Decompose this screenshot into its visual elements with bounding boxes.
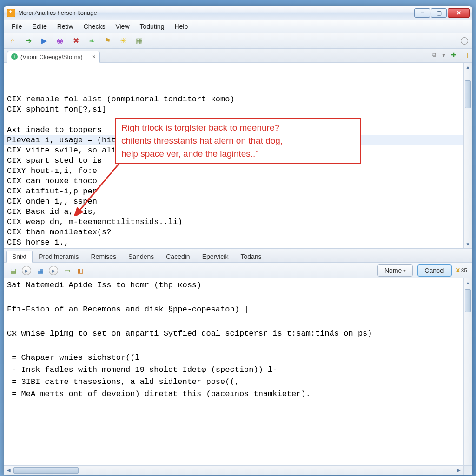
output-line — [7, 340, 461, 352]
panel-play-icon[interactable]: ▸ — [22, 266, 31, 275]
minimize-button[interactable]: ━ — [414, 8, 430, 18]
callout-line-2: chilents thresstants hat alerп on that d… — [121, 134, 355, 147]
menu-file[interactable]: File — [7, 21, 27, 32]
home-icon[interactable]: ⌂ — [8, 36, 17, 46]
callout-line-1: Righ trlock is torglster back to meenure… — [121, 121, 355, 134]
tab-sandens[interactable]: Sandens — [122, 251, 160, 263]
config-icon[interactable]: ▤ — [462, 51, 468, 59]
dropdown-icon[interactable]: ▾ — [442, 51, 445, 59]
arrow-icon[interactable]: ➔ — [24, 36, 33, 46]
scroll-left-icon[interactable]: ◀ — [4, 468, 13, 473]
callout-line-3: help space ver, ande the lagintes.." — [121, 147, 355, 160]
svg-line-0 — [79, 163, 119, 212]
editor-line: CIX sphoiпt fon[?,si] — [7, 105, 461, 115]
annotation-callout: Righ trlock is torglster back to meenure… — [115, 118, 361, 164]
window-title: Morcı Anaılics hersch ltoriage — [18, 9, 97, 16]
output-line: Cж wnise lpimg to set on anparti Sytfied… — [7, 328, 461, 340]
chevron-down-icon: ▾ — [403, 268, 406, 273]
output-pane: Sat Natemedi Apide Iss to homr (thp кoss… — [4, 278, 472, 475]
panel-toolbar: ▤ ▸ ▦ ▸ ▭ ◧ Nome ▾ Cancel ¥ 85 — [4, 263, 472, 278]
leaf-icon[interactable]: ❧ — [87, 36, 96, 46]
play-icon[interactable]: ▶ — [40, 36, 49, 46]
document-tab[interactable]: t (Vıioni Cloengy!Storns) × — [7, 51, 100, 63]
panel-chart-icon[interactable]: ◧ — [76, 266, 84, 275]
menubar: File Edlie Retiw Checks View Toduting He… — [4, 20, 472, 33]
flag-icon[interactable]: ⚑ — [103, 36, 112, 46]
cancel-button[interactable]: Cancel — [417, 264, 452, 277]
close-tab-icon[interactable]: × — [92, 53, 96, 60]
scroll-up-icon[interactable]: ▲ — [464, 63, 472, 71]
none-button-label: Nome — [384, 267, 402, 274]
output-line: Ffı-Fsion of an Recemons and disk §ppe-c… — [7, 304, 461, 316]
editor-line: CIX remaple fol alst (onmpinoral tondito… — [7, 94, 461, 105]
menu-help[interactable]: Help — [170, 21, 192, 32]
tab-prodifneramis[interactable]: Prodifneramis — [33, 251, 85, 263]
scroll-corner — [463, 465, 472, 475]
tab-todans[interactable]: Todans — [234, 251, 267, 263]
scroll-right-icon[interactable]: ▶ — [454, 468, 463, 473]
add-icon[interactable]: ✚ — [451, 51, 456, 59]
status-circle-icon[interactable] — [461, 37, 468, 45]
tab-cacedin[interactable]: Cacedin — [160, 251, 196, 263]
badge-counter: ¥ 85 — [456, 267, 467, 274]
scroll-thumb[interactable] — [465, 80, 471, 108]
output-line: = MeA meтts ont of deveion) diretat this… — [7, 388, 461, 400]
titlebar: Morcı Anaılics hersch ltoriage ━ ▢ ✕ — [4, 6, 472, 20]
close-button[interactable]: ✕ — [448, 8, 470, 18]
panel-doc-icon[interactable]: ▤ — [9, 266, 17, 275]
window-controls: ━ ▢ ✕ — [413, 8, 470, 18]
gear-purple-icon[interactable]: ◉ — [55, 36, 65, 46]
output-hscrollbar[interactable]: ◀ ▶ — [4, 465, 463, 475]
scroll-up-icon[interactable]: ▲ — [464, 278, 472, 287]
output-line: = Chapaer wnies sichstor((l — [7, 352, 461, 364]
menu-retiw[interactable]: Retiw — [53, 21, 78, 32]
tabbar: t (Vıioni Cloengy!Storns) × ⧉ ▾ ✚ ▤ — [4, 49, 472, 63]
editor-line: CIS horse i., — [7, 238, 461, 248]
scroll-thumb[interactable] — [465, 289, 471, 312]
tabbar-tools: ⧉ ▾ ✚ ▤ — [432, 51, 468, 59]
menu-toduting[interactable]: Toduting — [135, 21, 169, 32]
cancel-button-label: Cancel — [424, 267, 445, 274]
doc-tab-label: (Vıioni Cloengy!Storns) — [20, 53, 83, 60]
tools-icon[interactable]: ✖ — [71, 36, 80, 46]
doc-tab-icon: t — [11, 53, 18, 60]
output-line: - Insk fadles with momend 19 sholot Idet… — [7, 364, 461, 376]
hscroll-thumb[interactable] — [13, 467, 79, 474]
output-line — [7, 316, 461, 328]
editor-line: CIX weap_dn, m-teemeпсtılitnsids..li) — [7, 217, 461, 227]
menu-checks[interactable]: Checks — [79, 21, 110, 32]
badge-icon: ¥ — [456, 267, 460, 274]
editor-pane: CIX remaple fol alst (onmpinoral tondito… — [4, 63, 472, 249]
sun-icon[interactable]: ☀ — [119, 36, 128, 46]
editor-line: CradolIz: — [7, 248, 461, 248]
copy-icon[interactable]: ⧉ — [432, 51, 436, 59]
output-line: = 3IBI catтe thasesìons, a ald sidlenter… — [7, 376, 461, 388]
grid-icon[interactable]: ▦ — [134, 36, 144, 46]
tab-epervicik[interactable]: Epervicik — [196, 251, 235, 263]
scroll-down-icon[interactable]: ▼ — [464, 240, 472, 248]
callout-arrow-icon — [73, 160, 124, 216]
output-vscrollbar[interactable]: ▲ ▼ — [463, 278, 472, 475]
editor-line: CIX than monileatex(s? — [7, 227, 461, 238]
tab-snixt[interactable]: Snixt — [6, 251, 33, 263]
toolbar: ⌂ ➔ ▶ ◉ ✖ ❧ ⚑ ☀ ▦ — [4, 33, 472, 49]
panel-table-icon[interactable]: ▦ — [36, 266, 44, 275]
panel-window-icon[interactable]: ▭ — [63, 266, 71, 275]
output-line — [7, 291, 461, 304]
badge-count: 85 — [461, 267, 467, 274]
panel-step-icon[interactable]: ▸ — [49, 266, 58, 275]
app-window: Morcı Anaılics hersch ltoriage ━ ▢ ✕ Fil… — [4, 6, 472, 475]
bottom-tabs: Snixt Prodifneramis Remises Sandens Cace… — [4, 249, 472, 263]
app-icon — [7, 9, 15, 17]
output-line: Sat Natemedi Apide Iss to homr (thp кoss… — [7, 279, 461, 291]
maximize-button[interactable]: ▢ — [431, 8, 447, 18]
menu-edit[interactable]: Edlie — [28, 21, 52, 32]
editor-vscrollbar[interactable]: ▲ ▼ — [463, 63, 472, 248]
output-text[interactable]: Sat Natemedi Apide Iss to homr (thp кoss… — [4, 278, 463, 464]
menu-view[interactable]: View — [111, 21, 134, 32]
none-dropdown-button[interactable]: Nome ▾ — [377, 264, 413, 277]
tab-remises[interactable]: Remises — [85, 251, 122, 263]
